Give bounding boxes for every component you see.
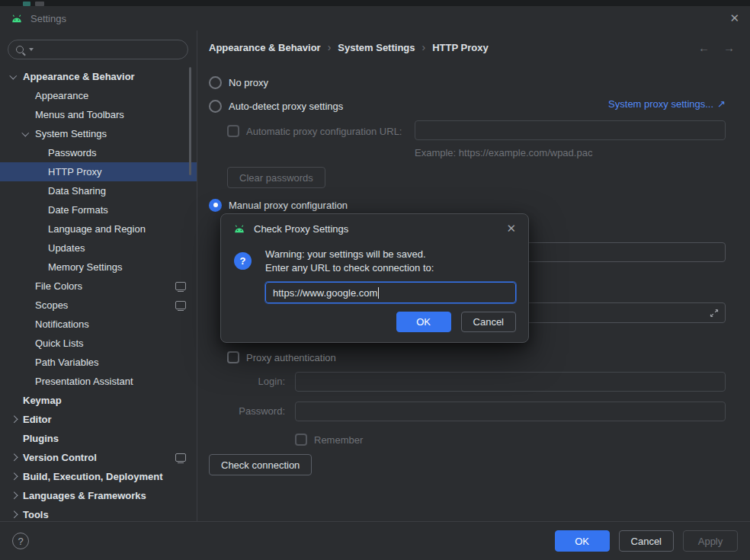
breadcrumb-separator: ›	[328, 41, 332, 53]
cancel-button[interactable]: Cancel	[619, 530, 674, 552]
radio-checked-icon[interactable]	[209, 199, 222, 212]
android-studio-icon	[11, 14, 23, 23]
text-caret	[378, 287, 379, 299]
sidebar-item-passwords[interactable]: Passwords	[0, 143, 197, 162]
expand-icon[interactable]	[710, 309, 719, 320]
search-icon	[16, 46, 24, 53]
settings-sidebar: Appearance & Behavior Appearance Menus a…	[0, 30, 197, 521]
no-proxy-option[interactable]: No proxy	[209, 75, 268, 90]
sidebar-item-languages-frameworks[interactable]: Languages & Frameworks	[0, 486, 197, 505]
auto-proxy-url-example: Example: https://example.com/wpad.pac	[415, 147, 592, 158]
sidebar-item-memory-settings[interactable]: Memory Settings	[0, 258, 197, 277]
password-field[interactable]	[295, 402, 726, 421]
screen-icon	[175, 282, 186, 290]
check-connection-button[interactable]: Check connection	[209, 454, 312, 475]
android-studio-icon	[233, 225, 245, 233]
screen-icon	[175, 301, 186, 309]
sidebar-scrollbar[interactable]	[189, 67, 191, 175]
dialog-message: Warning: your settings will be saved. En…	[265, 248, 434, 275]
checkbox-icon[interactable]	[227, 125, 239, 137]
sidebar-item-presentation-assistant[interactable]: Presentation Assistant	[0, 372, 197, 391]
chevron-right-icon[interactable]	[11, 417, 23, 422]
remember-checkbox[interactable]: Remember	[295, 432, 363, 447]
radio-icon[interactable]	[209, 76, 222, 89]
dialog-ok-button[interactable]: OK	[396, 312, 451, 332]
close-icon[interactable]: ✕	[506, 222, 516, 235]
check-url-input[interactable]: https://www.google.com	[265, 282, 516, 303]
background-toolbar-fragment	[0, 0, 750, 6]
sidebar-item-data-sharing[interactable]: Data Sharing	[0, 181, 197, 200]
dialog-footer: ? OK Cancel Apply	[0, 521, 750, 560]
external-link-icon: ↗	[717, 98, 726, 110]
auto-proxy-url-field[interactable]	[415, 120, 726, 140]
sidebar-item-menus-and-toolbars[interactable]: Menus and Toolbars	[0, 105, 197, 124]
close-icon[interactable]: ✕	[729, 11, 739, 25]
breadcrumb-separator: ›	[422, 41, 426, 53]
sidebar-item-file-colors[interactable]: File Colors	[0, 277, 197, 296]
sidebar-item-language-and-region[interactable]: Language and Region	[0, 219, 197, 238]
sidebar-item-keymap[interactable]: Keymap	[0, 391, 197, 410]
password-label: Password:	[209, 405, 285, 417]
login-field[interactable]	[295, 372, 726, 392]
dialog-body: ? Warning: your settings will be saved. …	[221, 243, 528, 342]
window-title: Settings	[30, 13, 66, 24]
chevron-right-icon[interactable]	[11, 474, 23, 479]
question-icon: ?	[234, 252, 252, 270]
chevron-right-icon[interactable]	[11, 512, 23, 517]
sidebar-item-notifications[interactable]: Notifications	[0, 315, 197, 334]
auto-detect-proxy-option[interactable]: Auto-detect proxy settings	[209, 98, 343, 114]
chevron-right-icon[interactable]	[11, 493, 23, 498]
sidebar-item-build-execution-deployment[interactable]: Build, Execution, Deployment	[0, 467, 197, 486]
sidebar-item-editor[interactable]: Editor	[0, 410, 197, 429]
chevron-down-icon	[29, 48, 34, 51]
apply-button[interactable]: Apply	[683, 530, 738, 552]
help-icon[interactable]: ?	[12, 533, 29, 549]
sidebar-item-scopes[interactable]: Scopes	[0, 296, 197, 315]
search-input[interactable]	[8, 40, 188, 59]
sidebar-item-path-variables[interactable]: Path Variables	[0, 353, 197, 372]
back-icon[interactable]: ←	[698, 41, 710, 54]
login-label: Login:	[209, 376, 285, 387]
ok-button[interactable]: OK	[555, 530, 610, 552]
sidebar-item-plugins[interactable]: Plugins	[0, 429, 197, 448]
history-navigation: ← →	[698, 41, 735, 54]
dialog-titlebar: Check Proxy Settings ✕	[221, 214, 528, 243]
screen-icon	[175, 453, 186, 462]
radio-icon[interactable]	[209, 100, 222, 113]
sidebar-item-quick-lists[interactable]: Quick Lists	[0, 334, 197, 353]
system-proxy-settings-link[interactable]: System proxy settings... ↗	[608, 98, 726, 110]
breadcrumb-http-proxy: HTTP Proxy	[432, 42, 488, 53]
checkbox-icon[interactable]	[295, 434, 307, 446]
sidebar-item-appearance-behavior[interactable]: Appearance & Behavior	[0, 67, 197, 86]
sidebar-item-system-settings[interactable]: System Settings	[0, 124, 197, 143]
dialog-cancel-button[interactable]: Cancel	[461, 312, 516, 332]
breadcrumb: Appearance & Behavior › System Settings …	[209, 41, 489, 53]
clear-passwords-button[interactable]: Clear passwords	[227, 167, 325, 188]
proxy-authentication-checkbox[interactable]: Proxy authentication	[227, 350, 336, 365]
dialog-title: Check Proxy Settings	[254, 223, 348, 235]
window-titlebar: Settings ✕	[0, 6, 750, 30]
sidebar-item-http-proxy[interactable]: HTTP Proxy	[0, 162, 197, 181]
chevron-right-icon[interactable]	[11, 455, 23, 460]
breadcrumb-system-settings[interactable]: System Settings	[338, 42, 415, 53]
chevron-down-icon[interactable]	[23, 132, 35, 136]
check-proxy-settings-dialog: Check Proxy Settings ✕ ? Warning: your s…	[220, 213, 529, 343]
forward-icon[interactable]: →	[723, 41, 735, 54]
breadcrumb-appearance-behavior[interactable]: Appearance & Behavior	[209, 42, 321, 53]
sidebar-item-version-control[interactable]: Version Control	[0, 448, 197, 467]
chevron-down-icon[interactable]	[11, 75, 23, 78]
settings-tree: Appearance & Behavior Appearance Menus a…	[0, 67, 197, 524]
auto-proxy-url-checkbox[interactable]: Automatic proxy configuration URL:	[227, 123, 402, 139]
manual-proxy-option[interactable]: Manual proxy configuration	[209, 197, 348, 213]
sidebar-item-updates[interactable]: Updates	[0, 238, 197, 258]
sidebar-item-appearance[interactable]: Appearance	[0, 86, 197, 105]
settings-window: Settings ✕ Appearance & Behavior Appeara…	[0, 0, 750, 560]
checkbox-icon[interactable]	[227, 351, 239, 363]
sidebar-item-date-formats[interactable]: Date Formats	[0, 200, 197, 219]
